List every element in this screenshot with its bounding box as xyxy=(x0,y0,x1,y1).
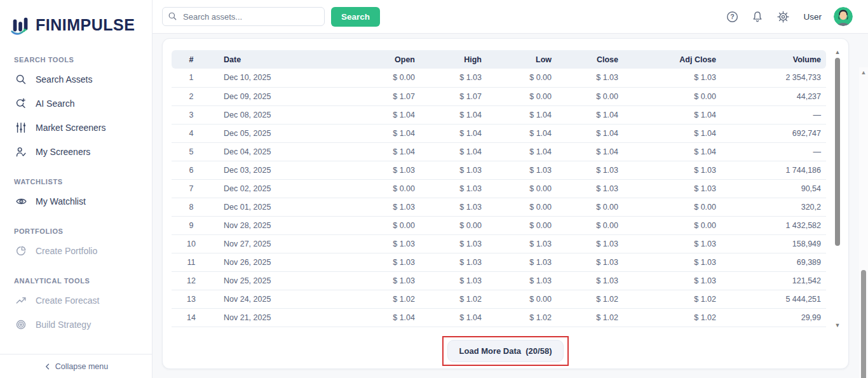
table-cell: $ 1.04 xyxy=(420,105,487,124)
table-cell: $ 0.00 xyxy=(557,216,623,234)
bell-icon[interactable] xyxy=(751,10,764,24)
table-cell: $ 0.00 xyxy=(338,216,420,234)
table-cell: 121,542 xyxy=(721,271,826,290)
user-avatar[interactable] xyxy=(834,7,853,26)
sidebar-section: PORTFOLIOSCreate Portfolio xyxy=(0,220,152,263)
sidebar-item-label: Market Screeners xyxy=(36,123,105,133)
table-row: 9Nov 28, 2025$ 0.00$ 0.00$ 0.00$ 0.00$ 0… xyxy=(172,216,826,234)
table-cell: $ 1.03 xyxy=(420,234,487,253)
sidebar-item-my-screeners[interactable]: My Screeners xyxy=(0,140,152,164)
table-row: 5Dec 04, 2025$ 1.04$ 1.04$ 1.04$ 1.04$ 1… xyxy=(172,142,826,161)
table-cell: $ 0.00 xyxy=(487,290,557,308)
table-cell: $ 1.02 xyxy=(623,308,721,327)
table-scroll-down-arrow[interactable]: ▼ xyxy=(833,322,842,328)
load-more-data-button[interactable]: Load More Data (20/58) xyxy=(447,340,564,362)
column-header-volume: Volume xyxy=(721,50,826,69)
table-cell: 4 xyxy=(172,124,211,142)
table-cell: 10 xyxy=(172,234,211,253)
column-header-low: Low xyxy=(487,50,557,69)
brand-name: FINIMPULSE xyxy=(36,16,135,34)
collapse-menu-label: Collapse menu xyxy=(55,362,108,371)
sidebar-item-market-screeners[interactable]: Market Screeners xyxy=(0,116,152,140)
table-cell: 5 xyxy=(172,142,211,161)
eye-icon xyxy=(15,196,27,208)
table-cell: $ 1.03 xyxy=(557,234,623,253)
table-row: 4Dec 05, 2025$ 1.04$ 1.04$ 1.04$ 1.04$ 1… xyxy=(172,124,826,142)
table-cell: $ 1.04 xyxy=(338,105,420,124)
sidebar-item-create-forecast[interactable]: Create Forecast xyxy=(0,288,152,313)
sidebar-item-build-strategy[interactable]: Build Strategy xyxy=(0,313,152,337)
table-cell: Dec 04, 2025 xyxy=(211,142,338,161)
table-cell: $ 1.02 xyxy=(338,290,420,308)
sidebar-section-label: SEARCH TOOLS xyxy=(0,48,152,67)
table-cell: $ 1.04 xyxy=(487,142,557,161)
table-cell: 11 xyxy=(172,253,211,271)
table-cell: $ 0.00 xyxy=(487,198,557,216)
table-cell: $ 1.03 xyxy=(420,69,487,87)
table-cell: $ 0.00 xyxy=(623,198,721,216)
target-icon xyxy=(15,319,27,331)
column-header-open: Open xyxy=(338,50,420,69)
table-cell: Nov 24, 2025 xyxy=(211,290,338,308)
sliders-icon xyxy=(15,122,27,134)
table-cell: 158,949 xyxy=(721,234,826,253)
collapse-menu-button[interactable]: Collapse menu xyxy=(0,354,152,378)
main-content: #DateOpenHighLowCloseAdj CloseVolume 1De… xyxy=(153,34,868,378)
sidebar-item-ai-search[interactable]: AI Search xyxy=(0,91,152,116)
page-scrollbar-thumb[interactable] xyxy=(861,270,866,378)
sidebar-item-label: Create Forecast xyxy=(36,295,99,306)
table-cell: $ 1.02 xyxy=(557,308,623,327)
table-cell: 1 744,186 xyxy=(721,161,826,179)
table-cell: — xyxy=(721,105,826,124)
table-cell: Nov 21, 2025 xyxy=(211,308,338,327)
page-scroll-up-arrow[interactable]: ▲ xyxy=(859,69,868,76)
load-more-label: Load More Data xyxy=(459,346,522,356)
table-cell: Dec 09, 2025 xyxy=(211,87,338,105)
sidebar-section: ANALYTICAL TOOLSCreate ForecastBuild Str… xyxy=(0,269,152,337)
table-cell: $ 1.04 xyxy=(420,124,487,142)
table-cell: $ 0.00 xyxy=(623,87,721,105)
table-cell: $ 1.04 xyxy=(623,124,721,142)
table-cell: 320,2 xyxy=(721,198,826,216)
sidebar-item-create-portfolio[interactable]: Create Portfolio xyxy=(0,239,152,263)
search-input[interactable] xyxy=(162,7,325,26)
price-history-card: #DateOpenHighLowCloseAdj CloseVolume 1De… xyxy=(162,38,849,369)
sidebar-item-my-watchlist[interactable]: My Watchlist xyxy=(0,189,152,213)
sidebar-item-label: My Watchlist xyxy=(36,196,86,206)
sidebar-section-label: WATCHLISTS xyxy=(0,170,152,189)
table-cell: $ 1.02 xyxy=(623,290,721,308)
table-row: 14Nov 21, 2025$ 1.04$ 1.04$ 1.02$ 1.02$ … xyxy=(172,308,826,327)
svg-text:?: ? xyxy=(731,13,735,20)
gear-icon[interactable] xyxy=(776,10,790,24)
table-cell: 14 xyxy=(172,308,211,327)
table-scroll-up-arrow[interactable]: ▲ xyxy=(833,49,842,55)
table-cell: $ 1.04 xyxy=(420,308,487,327)
table-cell: $ 1.07 xyxy=(420,87,487,105)
table-cell: $ 0.00 xyxy=(338,69,420,87)
trend-icon xyxy=(15,295,27,307)
brand-logo: FINIMPULSE xyxy=(0,0,152,39)
table-cell: $ 1.03 xyxy=(557,271,623,290)
table-row: 6Dec 03, 2025$ 1.03$ 1.03$ 1.03$ 1.03$ 1… xyxy=(172,161,826,179)
sidebar-item-label: AI Search xyxy=(36,98,74,109)
table-cell: 6 xyxy=(172,161,211,179)
help-icon[interactable]: ? xyxy=(726,10,739,24)
table-cell: $ 1.03 xyxy=(487,234,557,253)
search-button[interactable]: Search xyxy=(331,7,380,27)
table-cell: 692,747 xyxy=(721,124,826,142)
table-row: 3Dec 08, 2025$ 1.04$ 1.04$ 1.04$ 1.04$ 1… xyxy=(172,105,826,124)
table-row: 11Nov 26, 2025$ 1.03$ 1.03$ 1.03$ 1.03$ … xyxy=(172,253,826,271)
table-cell: $ 1.04 xyxy=(623,105,721,124)
table-cell: $ 1.04 xyxy=(338,124,420,142)
table-cell: $ 1.04 xyxy=(487,124,557,142)
sidebar-item-search-assets[interactable]: Search Assets xyxy=(0,67,152,91)
person-check-icon xyxy=(15,146,27,158)
column-header--: # xyxy=(172,50,211,69)
table-cell: Dec 05, 2025 xyxy=(211,124,338,142)
search-icon xyxy=(168,11,177,21)
table-cell: 9 xyxy=(172,216,211,234)
topbar: Search ? User xyxy=(153,0,868,34)
table-cell: Dec 10, 2025 xyxy=(211,69,338,87)
table-cell: $ 1.03 xyxy=(623,271,721,290)
table-scrollbar-thumb[interactable] xyxy=(835,58,840,246)
